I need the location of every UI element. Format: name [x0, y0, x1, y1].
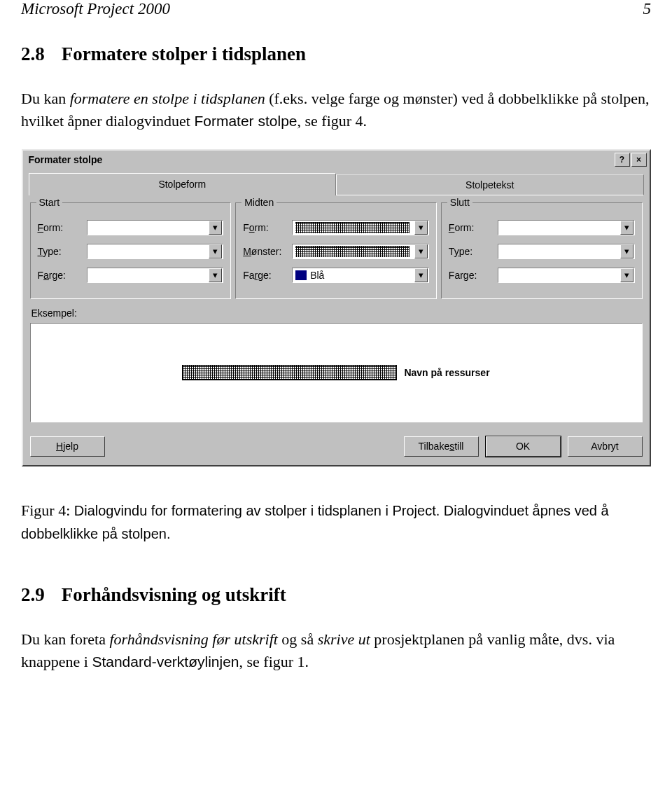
section-number: 2.9 [21, 584, 45, 605]
paragraph-sec2: Du kan foreta forhåndsvisning før utskri… [21, 628, 651, 673]
label-start-form: Form: [38, 222, 87, 233]
example-bar [182, 365, 397, 380]
example-preview: Navn på ressurser [30, 323, 643, 422]
combo-start-type[interactable]: ▾ [87, 244, 224, 259]
paragraph-sec1: Du kan formatere en stolpe i tidsplanen … [21, 88, 651, 132]
label-end-type: Type: [449, 246, 498, 257]
tab-stolpetekst[interactable]: Stolpetekst [336, 174, 644, 195]
dialog-format-bar: Formater stolpe ? × Stolpeform Stolpetek… [21, 149, 651, 466]
section-title: Forhåndsvisning og utskrift [62, 584, 286, 605]
figure-caption: Figur 4: Dialogvindu for formatering av … [21, 499, 651, 545]
group-start-title: Start [36, 197, 63, 208]
combo-mid-monster[interactable]: ▾ [292, 244, 429, 259]
combo-start-form[interactable]: ▾ [87, 220, 224, 235]
reset-button[interactable]: Tilbakestill [404, 436, 479, 457]
dropdown-arrow-icon: ▾ [620, 221, 634, 235]
combo-end-farge[interactable]: ▾ [498, 268, 635, 283]
dialog-close-button[interactable]: × [631, 153, 647, 167]
dropdown-arrow-icon: ▾ [414, 244, 428, 258]
dialog-titlebar: Formater stolpe ? × [23, 151, 650, 169]
example-label: Eksempel: [31, 307, 641, 319]
group-midten-title: Midten [241, 197, 276, 208]
dialog-title: Formater stolpe [26, 154, 103, 165]
section-title: Formatere stolper i tidsplanen [62, 43, 306, 64]
label-end-farge: Farge: [449, 270, 498, 281]
dropdown-arrow-icon: ▾ [209, 221, 222, 235]
help-button[interactable]: Hjelp [30, 436, 105, 457]
group-slutt-title: Slutt [447, 197, 472, 208]
example-caption: Navn på ressurser [404, 367, 489, 378]
dropdown-arrow-icon: ▾ [209, 268, 222, 282]
label-mid-farge: Farge: [243, 270, 292, 281]
group-start: Start Form: ▾ Type: ▾ [30, 202, 232, 299]
combo-end-form[interactable]: ▾ [498, 220, 635, 235]
combo-start-farge[interactable]: ▾ [87, 268, 224, 283]
group-slutt: Slutt Form: ▾ Type: ▾ [441, 202, 643, 299]
header-left: Microsoft Project 2000 [21, 0, 170, 18]
section-number: 2.8 [21, 43, 45, 64]
dropdown-arrow-icon: ▾ [414, 221, 428, 235]
tab-stolpeform[interactable]: Stolpeform [29, 173, 337, 195]
combo-mid-farge[interactable]: Blå ▾ [292, 268, 429, 283]
cancel-button[interactable]: Avbryt [568, 436, 643, 457]
dropdown-arrow-icon: ▾ [414, 268, 428, 282]
label-mid-form: Form: [243, 222, 292, 233]
section-heading-2-8: 2.8Formatere stolper i tidsplanen [21, 43, 651, 65]
ok-button[interactable]: OK [486, 436, 561, 457]
section-heading-2-9: 2.9Forhåndsvisning og utskrift [21, 584, 651, 606]
dropdown-arrow-icon: ▾ [620, 244, 634, 258]
label-mid-monster: Mønster: [243, 246, 292, 257]
combo-mid-form[interactable]: ▾ [292, 220, 429, 235]
label-start-type: Type: [38, 246, 87, 257]
dropdown-arrow-icon: ▾ [620, 268, 634, 282]
label-start-farge: Farge: [38, 270, 87, 281]
dropdown-arrow-icon: ▾ [209, 244, 222, 258]
page-number: 5 [643, 0, 652, 18]
group-midten: Midten Form: ▾ Mønster: [235, 202, 437, 299]
dialog-help-button[interactable]: ? [615, 153, 630, 167]
combo-end-type[interactable]: ▾ [498, 244, 635, 259]
color-swatch-icon [295, 270, 307, 280]
label-end-form: Form: [449, 222, 498, 233]
